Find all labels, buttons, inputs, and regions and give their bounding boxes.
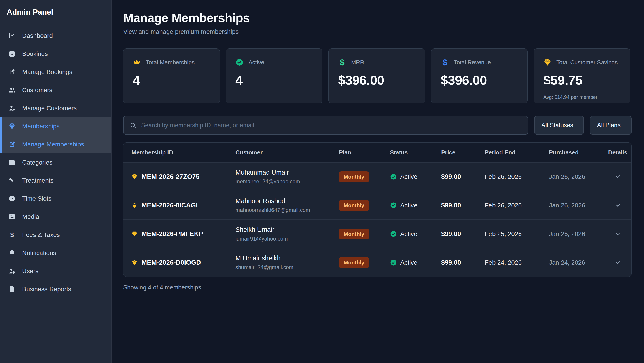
col-customer: Customer (228, 149, 331, 156)
table-row[interactable]: MEM-2026-D0IOGD M Umair sheikh shumair12… (124, 248, 632, 277)
status-label: Active (400, 230, 417, 238)
page-title: Manage Memberships (123, 11, 632, 25)
bell-icon (8, 249, 16, 256)
sidebar-item-time-slots[interactable]: Time Slots (0, 190, 111, 208)
sidebar-item-notifications[interactable]: Notifications (0, 244, 111, 262)
gem-icon (544, 58, 552, 66)
filters-row: All Statuses All Plans (123, 116, 632, 135)
col-membership-id: Membership ID (124, 149, 228, 156)
users-icon (8, 86, 16, 93)
membership-id: MEM-2026-PMFEKP (142, 230, 203, 238)
gem-icon (132, 231, 138, 237)
image-icon (8, 213, 16, 220)
main-content: Manage Memberships View and manage premi… (112, 0, 644, 363)
sidebar: Admin Panel Dashboard Bookings Manage Bo… (0, 0, 112, 363)
check-circle-icon (390, 230, 397, 237)
price: $99.00 (433, 173, 477, 180)
price: $99.00 (433, 230, 477, 238)
check-circle-icon (390, 173, 397, 180)
row-expand-chevron-icon[interactable] (614, 230, 621, 237)
purchased-date: Jan 24, 2026 (541, 259, 605, 266)
stat-card-value: 4 (236, 73, 313, 88)
page-subtitle: View and manage premium memberships (123, 28, 632, 35)
stat-card-total-revenue: $ Total Revenue $396.00 (431, 48, 528, 103)
row-expand-chevron-icon[interactable] (614, 202, 621, 209)
sidebar-item-fees-taxes[interactable]: $ Fees & Taxes (0, 226, 111, 244)
customer-email: mahnoorrashid647@gmail.com (236, 207, 331, 213)
sidebar-item-manage-bookings[interactable]: Manage Bookings (0, 63, 111, 81)
check-circle-icon (236, 58, 244, 66)
gem-icon (132, 174, 138, 180)
sidebar-item-users[interactable]: Users (0, 262, 111, 280)
calendar-check-icon (8, 50, 16, 57)
sidebar-item-manage-memberships[interactable]: Manage Memberships (0, 135, 111, 153)
plan-filter-label: All Plans (597, 122, 620, 129)
chart-line-icon (8, 32, 16, 39)
customer-name: Sheikh Umair (236, 226, 331, 233)
sidebar-item-customers[interactable]: Customers (0, 81, 111, 99)
sidebar-item-business-reports[interactable]: Business Reports (0, 280, 111, 298)
pen-square-icon (8, 68, 16, 75)
syringe-icon (8, 177, 16, 184)
sidebar-item-media[interactable]: Media (0, 208, 111, 226)
table-row[interactable]: MEM-2026-PMFEKP Sheikh Umair iumair91@ya… (124, 220, 632, 248)
table-body: MEM-2026-27ZO75 Muhammad Umair memairee1… (124, 162, 632, 277)
search-input[interactable] (123, 116, 528, 135)
membership-id: MEM-2026-D0IOGD (142, 259, 201, 266)
col-period-end: Period End (477, 149, 541, 156)
sidebar-item-categories[interactable]: Categories (0, 153, 111, 171)
status-filter-dropdown[interactable]: All Statuses (534, 116, 584, 135)
table-row[interactable]: MEM-2026-27ZO75 Muhammad Umair memairee1… (124, 162, 632, 191)
plan-filter-dropdown[interactable]: All Plans (590, 116, 632, 135)
check-circle-icon (390, 259, 397, 266)
stat-card-total-customer-savings: Total Customer Savings $59.75 Avg: $14.9… (534, 48, 630, 103)
stat-card-mrr: $ MRR $396.00 (328, 48, 425, 103)
customer-name: Muhammad Umair (236, 169, 331, 176)
customer-email: memairee124@yahoo.com (236, 178, 331, 185)
table-footer: Showing 4 of 4 memberships (123, 284, 632, 291)
customer-email: iumair91@yahoo.com (236, 236, 331, 242)
col-status: Status (382, 149, 433, 156)
pen-square-icon (8, 141, 16, 148)
stat-card-value: $59.75 (544, 73, 621, 88)
status-filter-label: All Statuses (541, 122, 573, 129)
stat-card-label: Total Revenue (454, 59, 491, 66)
membership-id: MEM-2026-27ZO75 (142, 173, 200, 180)
status-label: Active (400, 173, 417, 180)
sidebar-item-treatments[interactable]: Treatments (0, 171, 111, 190)
plan-badge: Monthly (339, 200, 369, 211)
stat-card-active: Active 4 (226, 48, 322, 103)
col-price: Price (433, 149, 477, 156)
dollar-icon: $ (8, 231, 16, 238)
plan-badge: Monthly (339, 257, 369, 268)
table-header-row: Membership ID Customer Plan Status Price… (124, 143, 632, 162)
sidebar-nav: Dashboard Bookings Manage Bookings Custo… (0, 26, 111, 298)
stat-card-label: Total Memberships (146, 59, 194, 66)
row-expand-chevron-icon[interactable] (614, 259, 621, 266)
status-label: Active (400, 202, 417, 209)
dollar-icon: $ (338, 58, 346, 66)
stat-card-total-memberships: Total Memberships 4 (123, 48, 220, 103)
user-shield-icon (8, 268, 16, 275)
period-end-date: Feb 26, 2026 (477, 202, 541, 209)
plan-badge: Monthly (339, 229, 369, 239)
sidebar-item-manage-customers[interactable]: Manage Customers (0, 99, 111, 117)
check-circle-icon (390, 202, 397, 209)
search-field-wrap (123, 116, 528, 135)
crown-icon (133, 58, 141, 66)
memberships-table: Membership ID Customer Plan Status Price… (123, 142, 632, 277)
chevron-down-icon (624, 122, 626, 128)
price: $99.00 (433, 202, 477, 209)
sidebar-item-dashboard[interactable]: Dashboard (0, 26, 111, 45)
table-row[interactable]: MEM-2026-0ICAGI Mahnoor Rashed mahnoorra… (124, 191, 632, 220)
app-title: Admin Panel (7, 7, 111, 16)
sidebar-item-memberships[interactable]: Memberships (0, 117, 111, 135)
purchased-date: Jan 26, 2026 (541, 202, 605, 209)
price: $99.00 (433, 259, 477, 266)
user-pen-icon (8, 105, 16, 111)
plan-badge: Monthly (339, 171, 369, 182)
folder-icon (8, 159, 16, 166)
sidebar-item-bookings[interactable]: Bookings (0, 45, 111, 63)
row-expand-chevron-icon[interactable] (614, 173, 621, 180)
stat-card-label: MRR (351, 59, 364, 66)
